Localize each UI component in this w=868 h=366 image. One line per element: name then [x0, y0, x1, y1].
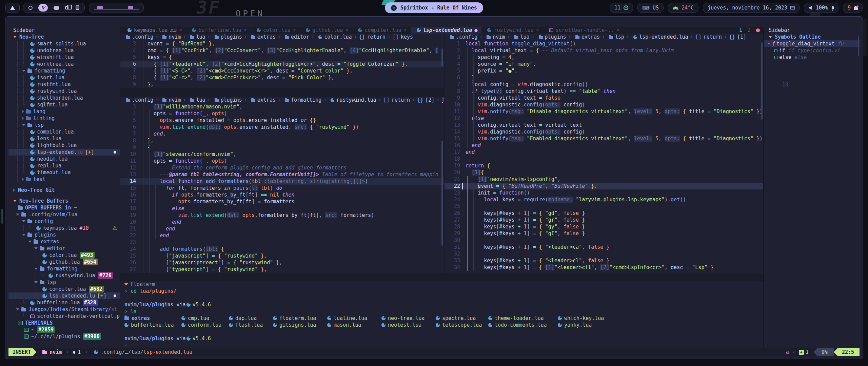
tree-item[interactable]: │ │ compiler.lua [8, 128, 120, 135]
breadcrumb-segment[interactable]: [2] [425, 97, 434, 103]
tree-item[interactable]: OPEN BUFFERS in ~ [8, 204, 120, 211]
tree-item[interactable]: └ bufferline.lua#328 [8, 299, 120, 306]
code-line[interactable]: 24 local keys = require(modname: "lazyvi… [445, 196, 763, 203]
code-line[interactable]: 19 vim.list_extend(dst: opts.formatters_… [120, 212, 444, 219]
code-line[interactable]: 3 event = { "BufRead" }, [120, 40, 444, 47]
tree-item[interactable]: │ │ isort.lua [8, 74, 120, 81]
code-line[interactable]: 12 --- Extend the conform plugin config … [120, 164, 444, 171]
tree-item[interactable]: lsp [8, 279, 120, 286]
close-icon[interactable]: × [244, 27, 247, 33]
scrollbar-thumb[interactable] [761, 42, 763, 120]
breadcrumb-segment[interactable]: keys [401, 34, 413, 40]
tree-item[interactable]: │ │ undotree.lua [8, 47, 120, 54]
tree-item[interactable]: └ github.lua#654 [8, 259, 120, 265]
tree-item[interactable]: ~#2859 [8, 326, 120, 333]
code-line[interactable]: 1local function toggle_diag_virtext() [445, 40, 763, 47]
tree-item[interactable]: extras [8, 238, 120, 245]
workspace-vim-icon-active[interactable]: V [38, 4, 48, 12]
tree-item[interactable]: └ lsp-extended.lu[+] [8, 292, 120, 299]
breadcrumb-segment[interactable]: rustywind.lua [336, 97, 376, 103]
tree-item[interactable]: editor [8, 245, 120, 252]
code-line[interactable]: 12 else [445, 115, 763, 122]
symbol-item-toggle_diag_virtext[interactable]: ƒtoggle_diag_virtextfu [764, 40, 860, 47]
chevron-down-icon[interactable] [34, 247, 38, 249]
chevron-down-icon[interactable] [22, 234, 25, 236]
chevron-down-icon[interactable] [22, 70, 25, 72]
music-player-widget[interactable]: ≡ Spiritbox - Rule Of Nines [385, 2, 483, 13]
code-line[interactable]: 18 else [120, 205, 444, 212]
breadcrumb-segment[interactable]: nvim [169, 97, 181, 103]
tree-item[interactable]: │ │ lightbulb.lua [8, 142, 120, 149]
code-line[interactable]: 6 { [1]"<leader>uC", [2]"<cmd>CccHighlig… [120, 61, 444, 67]
tab-compiler.lua[interactable]: compiler.lua× [352, 27, 411, 34]
code-line[interactable]: 10 [1]"stevearc/conform.nvim", [120, 151, 444, 158]
chevron-down-icon[interactable] [13, 36, 17, 38]
breadcrumb-segment[interactable]: plugins [221, 34, 242, 40]
code-line[interactable]: 6 } [445, 74, 763, 81]
code-line[interactable]: 8 }, [120, 137, 444, 144]
tree-item[interactable]: │ │ lsp-extended.lu[+] [8, 149, 120, 156]
neotree-sidebar[interactable]: Sidebar Neo-Tree│ │ smart-splits.lua│ │ … [8, 27, 120, 348]
tree-item[interactable]: │ color.lua#493 [8, 252, 120, 259]
tree-item[interactable]: Juegos/Indies/SteamLibrary/st [8, 306, 120, 313]
close-icon[interactable]: × [345, 27, 348, 33]
chevron-down-icon[interactable] [22, 220, 25, 222]
tree-item[interactable]: │ formatting [8, 67, 120, 74]
weather-widget[interactable]: 24°C [668, 3, 698, 13]
tree-item[interactable]: │ linting [8, 115, 120, 122]
code-line[interactable]: 4 opts = function(_, opts) [120, 110, 444, 117]
breadcrumb-segment[interactable]: return [367, 34, 386, 40]
tab-scrollbar-handle-..[interactable]: scrollbar-handle-..× [543, 27, 624, 34]
code-line[interactable]: 33 keys[#keys + 1] = { "<leader>cl", fal… [445, 257, 763, 264]
workspace-windows-icon[interactable] [65, 6, 68, 9]
workspace-switcher[interactable]: V [23, 3, 85, 13]
code-line[interactable]: 17 opts.formatters_by_ft[ft] = formatter… [120, 198, 444, 205]
code-line[interactable]: 9 }, [120, 81, 444, 88]
close-icon[interactable]: × [616, 27, 619, 33]
code-line[interactable]: 29 keys[#keys + 1] = { "gI", false } [445, 230, 763, 237]
keyboard-layout-widget[interactable]: ⌨ US [637, 3, 664, 13]
code-line[interactable]: 3 [1]"williamboman/mason.nvim", [120, 103, 444, 110]
symbol-item-else[interactable]: elseelse [764, 54, 860, 61]
code-line[interactable]: 5 prefix = "●", [445, 67, 763, 74]
chevron-down-icon[interactable] [767, 43, 771, 45]
tree-item[interactable]: │ │ rustywind.lua [8, 88, 120, 95]
tree-item[interactable]: │ compiler.lua#682 [8, 286, 120, 292]
tabpage-other[interactable]: 2 [748, 27, 751, 33]
code-line[interactable]: 13 config.virtual_text = virtual_text [445, 122, 763, 128]
close-icon[interactable]: × [293, 27, 296, 33]
code-line[interactable]: 16 if opts.formatters_by_ft[ft] == nil t… [120, 191, 444, 198]
code-line[interactable]: 32 [445, 250, 763, 257]
chevron-down-icon[interactable] [28, 241, 32, 243]
volume-widget[interactable]: 100% [804, 3, 839, 13]
code-line[interactable]: 4 cmd = { [1]"CccPick", [2]"CccConvert",… [120, 47, 444, 54]
breadcrumb-segment[interactable]: plugins [545, 34, 566, 40]
code-line[interactable]: 3 spacing = 4, [445, 54, 763, 61]
tree-item[interactable]: │ │ winshift.lua [8, 54, 120, 61]
editor-pane-color-lua[interactable]: 3 event = { "BufRead" },4 cmd = { [1]"Cc… [120, 40, 444, 88]
breadcrumb-segment[interactable]: return [704, 34, 722, 40]
chevron-down-icon[interactable] [16, 214, 19, 216]
code-line[interactable]: 13 ---@param tbl table<string, conform.F… [120, 171, 444, 178]
breadcrumb-segment[interactable]: lua [196, 97, 205, 103]
chevron-down-icon[interactable] [22, 124, 25, 126]
code-line[interactable]: 2 local virtual_text = { -- Default virt… [445, 47, 763, 54]
code-line[interactable]: 26 ["javascriptreact"] = { "rustywind" }… [120, 259, 444, 266]
scrollbar-thumb[interactable] [858, 36, 859, 56]
breadcrumb-segment[interactable]: .config [132, 34, 153, 40]
breadcrumb-segment[interactable]: lua [196, 34, 205, 40]
tree-item[interactable]: │ └ keymaps.lua#10⚠ [8, 225, 120, 231]
tree-item[interactable]: │ └ rustywind.lua#726 [8, 272, 120, 279]
code-line[interactable]: 17end [445, 149, 763, 156]
code-line[interactable]: 11 vim.notify(msg: "Disable diagnostics … [445, 108, 763, 115]
editor-pane-lsp-extended-lua[interactable]: 1local function toggle_diag_virtext()2 l… [445, 40, 763, 273]
code-line[interactable]: 22 event = { "BufReadPre", "BufNewFile" … [445, 183, 763, 189]
code-line[interactable]: 25 [445, 203, 763, 210]
code-line[interactable]: 25 ["javascript"] = { "rustywind" }, [120, 252, 444, 259]
tree-item[interactable]: │ lsp [8, 122, 120, 128]
scrollbar-thumb[interactable] [441, 141, 443, 246]
tab-rustywind.lua[interactable]: rustywind.lua× [481, 27, 543, 34]
tree-item[interactable]: │ │ rustfmt.lua [8, 81, 120, 88]
code-line[interactable]: 16 end [445, 142, 763, 149]
breadcrumb-segment[interactable]: lsp [615, 34, 624, 40]
